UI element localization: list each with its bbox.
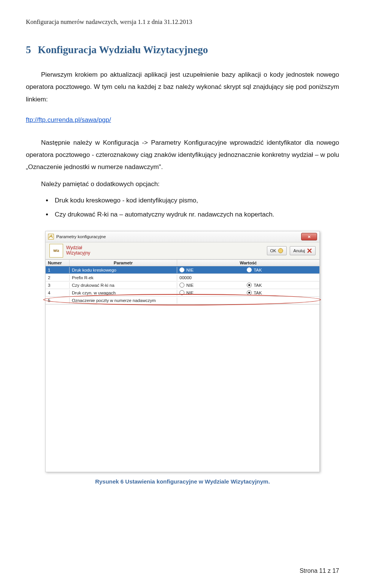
cancel-label: Anuluj [293, 248, 305, 253]
page-footer: Strona 11 z 17 [300, 567, 339, 574]
wiz-logo: Wiz [49, 244, 63, 258]
section-heading: 5Konfiguracja Wydziału Wizytacyjnego [26, 44, 339, 56]
grid-header: Numer Parametr Wartość [46, 260, 319, 266]
col-wartosc: Wartość [177, 260, 319, 266]
grid-row-5[interactable]: 5 Oznaczenie poczty w numerze nadawczym [46, 297, 319, 304]
dialog-toolbar: Wiz Wydział Wizytacyjny OK Anuluj [46, 242, 319, 259]
grid-row-4[interactable]: 4 Druk czyn. w uwagach NIE TAK [46, 289, 319, 297]
section-number: 5 [26, 44, 31, 55]
grid-empty-area [46, 304, 319, 472]
section-title: Konfiguracja Wydziału Wizytacyjnego [38, 44, 208, 55]
dialog-title: Parametry konfiguracyjne [56, 234, 301, 239]
paragraph-config: Następnie należy w Konfiguracja -> Param… [26, 137, 339, 174]
bullet-1: Druk kodu kreskowego - kod identyfikując… [52, 195, 339, 207]
col-parametr: Parametr [70, 260, 177, 266]
ftp-link[interactable]: ftp://ftp.currenda.pl/sawa/pgp/ [26, 116, 111, 123]
module-name: Wydział Wizytacyjny [66, 245, 90, 256]
svg-point-1 [278, 248, 283, 253]
close-button[interactable]: ✕ [301, 233, 317, 240]
grid-row-3[interactable]: 3 Czy drukować R-ki na NIE TAK [46, 281, 319, 289]
config-dialog: Parametry konfiguracyjne ✕ Wiz Wydział W… [45, 231, 320, 472]
figure-caption: Rysunek 6 Ustawienia konfiguracyjne w Wy… [26, 478, 339, 485]
cancel-button[interactable]: Anuluj [290, 246, 316, 255]
ok-label: OK [270, 248, 276, 253]
ok-icon [278, 248, 283, 253]
radio-nie[interactable]: NIE [179, 290, 194, 295]
dialog-titlebar: Parametry konfiguracyjne ✕ [46, 231, 319, 242]
param-grid: Numer Parametr Wartość 1 Druk kodu kresk… [46, 259, 319, 472]
ok-button[interactable]: OK [267, 246, 287, 255]
page-header: Konfiguracja numerów nadawczych, wersja … [26, 18, 339, 26]
grid-row-1[interactable]: 1 Druk kodu kreskowego NIE TAK [46, 266, 319, 274]
radio-tak[interactable]: TAK [247, 283, 262, 288]
app-icon [48, 234, 54, 240]
col-numer: Numer [46, 260, 70, 266]
radio-nie[interactable]: NIE [179, 283, 194, 288]
radio-nie[interactable]: NIE [179, 267, 194, 272]
value-text: 00000 [179, 275, 192, 280]
bullet-2: Czy drukować R-ki na – automatyczny wydr… [52, 209, 339, 221]
cancel-icon [307, 248, 312, 253]
close-icon: ✕ [308, 235, 311, 239]
radio-tak[interactable]: TAK [247, 290, 262, 295]
radio-tak[interactable]: TAK [247, 267, 262, 272]
paragraph-intro: Pierwszym krokiem po aktualizacji aplika… [26, 69, 339, 106]
grid-row-2[interactable]: 2 Prefix R-ek 00000 [46, 274, 319, 281]
paragraph-options: Należy pamiętać o dodatkowych opcjach: [26, 178, 339, 190]
